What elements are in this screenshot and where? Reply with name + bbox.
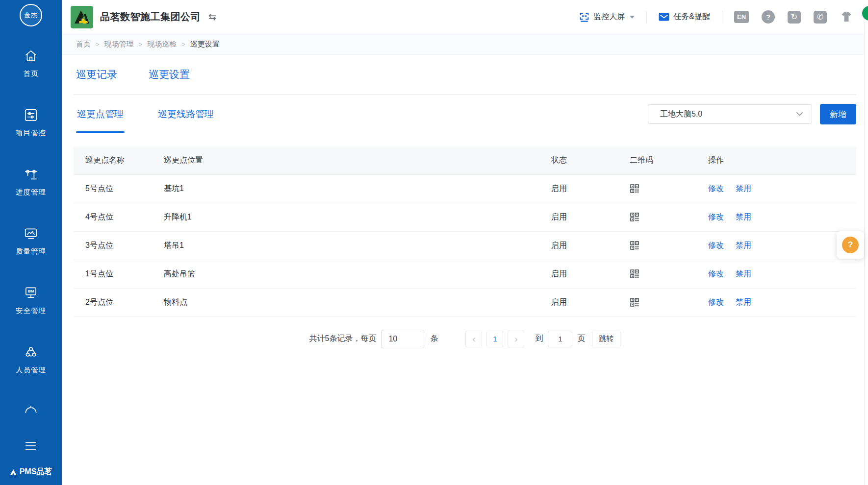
sidebar-item-progress[interactable]: 进度管理: [0, 167, 62, 226]
tasks-reminders-button[interactable]: 任务&提醒: [659, 12, 710, 22]
user-avatar[interactable]: 金杰: [20, 4, 42, 26]
tab-patrol-settings[interactable]: 巡更设置: [149, 69, 190, 80]
breadcrumb-separator: >: [139, 41, 143, 48]
page-number-button[interactable]: 1: [486, 331, 503, 347]
breadcrumb-patrol-settings: 巡更设置: [190, 40, 220, 49]
disable-link[interactable]: 禁用: [736, 241, 751, 249]
disable-link[interactable]: 禁用: [736, 269, 751, 278]
cell-status: 启用: [551, 174, 630, 203]
sidebar-item-more[interactable]: [0, 404, 62, 433]
contact-phone-icon[interactable]: ✆: [814, 11, 827, 24]
monitor-screen-icon: [579, 12, 589, 22]
help-bubble-icon: ?: [842, 237, 859, 253]
subtab-patrol-route-management[interactable]: 巡更线路管理: [158, 108, 214, 121]
scrollbar-track[interactable]: [864, 22, 868, 485]
top-header: 品茗数智施工集团公司 ⇆ 监控大屏: [62, 0, 868, 34]
cell-status: 启用: [551, 260, 630, 288]
qrcode-icon[interactable]: [630, 297, 639, 307]
add-button[interactable]: 新增: [820, 104, 856, 124]
edit-link[interactable]: 修改: [708, 184, 724, 193]
envelope-icon: [659, 13, 669, 21]
cell-status: 启用: [551, 288, 630, 316]
table-row: 1号点位 高处吊篮 启用 修改禁用: [74, 260, 856, 288]
help-icon[interactable]: ?: [762, 10, 775, 24]
jump-page-input[interactable]: [548, 331, 572, 347]
sidebar-collapse-icon[interactable]: [26, 442, 36, 450]
cell-location: 升降机1: [164, 203, 551, 231]
next-page-button[interactable]: ›: [508, 331, 524, 347]
cell-name: 4号点位: [74, 203, 164, 231]
edit-link[interactable]: 修改: [708, 241, 724, 249]
people-network-icon: [23, 344, 39, 360]
page-size-input[interactable]: [381, 330, 424, 348]
app-root: 金杰 首页 项目管控 进度管理: [0, 0, 868, 485]
jump-button[interactable]: 跳转: [592, 331, 620, 347]
divider: [646, 11, 647, 24]
breadcrumb-site-management[interactable]: 现场管理: [104, 40, 134, 49]
breadcrumb-site-inspection[interactable]: 现场巡检: [147, 40, 177, 49]
pager: ‹ 1 ›: [465, 331, 524, 347]
switch-project-icon[interactable]: ⇆: [208, 11, 216, 23]
sidebar-item-label: 首页: [24, 69, 39, 78]
dome-icon: [23, 404, 39, 419]
sidebar-item-safety[interactable]: BIM 安全管理: [0, 285, 62, 344]
monitor-screen-label: 监控大屏: [593, 12, 625, 22]
sidebar-nav: 首页 项目管控 进度管理 质量管理: [0, 48, 62, 433]
tab-patrol-records[interactable]: 巡更记录: [76, 69, 117, 80]
disable-link[interactable]: 禁用: [736, 298, 751, 306]
bim-monitor-icon: BIM: [23, 285, 39, 301]
cell-status: 启用: [551, 231, 630, 260]
sidebar-item-label: 进度管理: [16, 188, 46, 197]
sidebar-item-home[interactable]: 首页: [0, 48, 62, 107]
qrcode-icon[interactable]: [630, 269, 639, 279]
sliders-icon: [23, 107, 39, 123]
prev-page-button[interactable]: ‹: [465, 331, 482, 347]
monitor-screen-button[interactable]: 监控大屏: [579, 12, 635, 22]
cell-location: 高处吊篮: [164, 260, 551, 288]
page-content: 巡更记录 巡更设置 巡更点管理 巡更线路管理 工地大脑5.0 新增: [62, 55, 868, 485]
cell-status: 启用: [551, 203, 630, 231]
qrcode-icon[interactable]: [630, 241, 639, 250]
table-row: 3号点位 塔吊1 启用 修改禁用: [74, 231, 856, 260]
chevron-down-icon: [630, 16, 635, 19]
table-header-row: 巡更点名称 巡更点位置 状态 二维码 操作: [74, 147, 856, 174]
disable-link[interactable]: 禁用: [736, 184, 751, 193]
pms-logo: PMS品茗: [10, 467, 52, 477]
tasks-reminders-label: 任务&提醒: [673, 12, 710, 22]
sidebar-item-project-control[interactable]: 项目管控: [0, 107, 62, 167]
sidebar-item-personnel[interactable]: 人员管理: [0, 344, 62, 404]
cell-name: 2号点位: [74, 288, 164, 316]
disable-link[interactable]: 禁用: [736, 213, 751, 221]
divider: [722, 11, 722, 24]
col-status: 状态: [551, 147, 630, 174]
cell-name: 3号点位: [74, 231, 164, 260]
sync-icon[interactable]: ↻: [788, 11, 801, 24]
theme-shirt-icon[interactable]: [840, 11, 853, 23]
qrcode-icon[interactable]: [630, 212, 639, 222]
breadcrumb-home[interactable]: 首页: [76, 40, 91, 49]
floating-help-widget[interactable]: ?: [837, 231, 864, 259]
qrcode-icon[interactable]: [630, 184, 639, 194]
sidebar-item-label: 人员管理: [16, 365, 46, 375]
header-actions: 监控大屏 任务&提醒 EN ? ↻ ✆: [579, 10, 868, 24]
pagination-total-text: 共计5条记录，每页: [309, 334, 377, 344]
company-name: 品茗数智施工集团公司: [100, 10, 201, 24]
toolbar: 工地大脑5.0 新增: [648, 104, 856, 124]
cell-location: 基坑1: [164, 174, 551, 203]
breadcrumb-separator: >: [96, 41, 100, 48]
edit-link[interactable]: 修改: [708, 213, 724, 221]
pms-logo-text: PMS品茗: [20, 467, 52, 477]
page-unit-label: 页: [577, 334, 585, 344]
company-logo: [71, 6, 93, 28]
main-area: 品茗数智施工集团公司 ⇆ 监控大屏: [62, 0, 868, 485]
pagination-unit-label: 条: [430, 334, 438, 344]
project-select-dropdown[interactable]: 工地大脑5.0: [648, 104, 812, 124]
cell-name: 1号点位: [74, 260, 164, 288]
sidebar-item-label: 项目管控: [16, 128, 46, 138]
col-name: 巡更点名称: [74, 147, 164, 174]
subtab-patrol-point-management[interactable]: 巡更点管理: [77, 108, 124, 121]
language-toggle[interactable]: EN: [734, 11, 749, 23]
edit-link[interactable]: 修改: [708, 269, 724, 278]
sidebar-item-quality[interactable]: 质量管理: [0, 226, 62, 285]
edit-link[interactable]: 修改: [708, 298, 724, 306]
